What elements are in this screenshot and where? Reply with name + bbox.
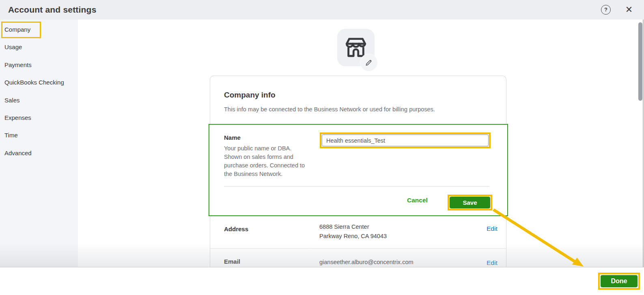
company-info-card: Company info This info may be connected … bbox=[210, 76, 506, 267]
save-button[interactable]: Save bbox=[450, 197, 490, 208]
name-field-description: Your public name or DBA. Shown on sales … bbox=[224, 144, 308, 178]
page-title: Account and settings bbox=[8, 0, 97, 20]
name-edit-section: Name Your public name or DBA. Shown on s… bbox=[209, 124, 508, 216]
pencil-icon bbox=[364, 58, 374, 67]
cancel-button[interactable]: Cancel bbox=[407, 197, 428, 204]
help-icon[interactable]: ? bbox=[601, 5, 611, 15]
sidebar-item-sales[interactable]: Sales bbox=[0, 91, 78, 109]
sidebar-item-company[interactable]: Company bbox=[0, 21, 78, 38]
sidebar-item-expenses[interactable]: Expenses bbox=[0, 109, 78, 126]
edit-logo-button[interactable] bbox=[360, 54, 377, 71]
company-name-input[interactable] bbox=[322, 134, 489, 146]
sidebar-item-usage[interactable]: Usage bbox=[0, 38, 78, 56]
window-edge bbox=[643, 20, 644, 267]
section-divider bbox=[224, 186, 489, 187]
dialog-header: Account and settings ? ✕ bbox=[0, 0, 644, 20]
settings-sidebar: Company Usage Payments QuickBooks Checki… bbox=[0, 20, 78, 267]
card-title: Company info bbox=[224, 91, 276, 100]
annotation-highlight-name-input bbox=[320, 132, 491, 148]
edit-address-link[interactable]: Edit bbox=[487, 225, 498, 232]
edit-email-link[interactable]: Edit bbox=[487, 259, 498, 267]
sidebar-nav: Company Usage Payments QuickBooks Checki… bbox=[0, 20, 78, 162]
sidebar-item-quickbooks-checking[interactable]: QuickBooks Checking bbox=[0, 74, 78, 91]
annotation-highlight-save: Save bbox=[448, 195, 492, 210]
address-value: 6888 Sierra Center Parkway Reno, CA 9404… bbox=[319, 222, 387, 241]
card-subtitle: This info may be connected to the Busine… bbox=[224, 106, 435, 113]
sidebar-item-advanced[interactable]: Advanced bbox=[0, 144, 78, 162]
close-icon[interactable]: ✕ bbox=[624, 4, 634, 15]
address-label: Address bbox=[224, 226, 248, 232]
account-settings-dialog: Account and settings ? ✕ Company Usage P… bbox=[0, 0, 644, 295]
email-value: gianseether.alburo@concentrix.com bbox=[319, 258, 414, 267]
sidebar-item-time[interactable]: Time bbox=[0, 126, 78, 144]
dialog-footer bbox=[0, 267, 644, 295]
annotation-highlight-done: Done bbox=[598, 273, 640, 290]
done-button[interactable]: Done bbox=[601, 275, 638, 287]
name-field-label: Name bbox=[224, 134, 241, 141]
row-divider bbox=[210, 248, 506, 249]
sidebar-item-payments[interactable]: Payments bbox=[0, 56, 78, 74]
email-label: Email bbox=[224, 258, 240, 265]
scrollbar-thumb[interactable] bbox=[638, 22, 642, 101]
